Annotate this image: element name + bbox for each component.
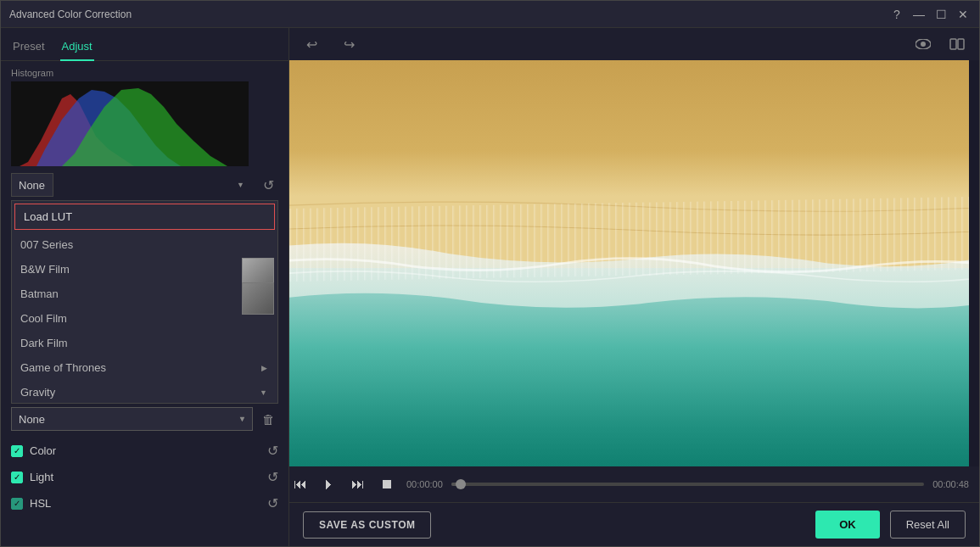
title-bar-left: Advanced Color Correction: [9, 8, 132, 20]
maximize-button[interactable]: ☐: [933, 7, 949, 22]
dropdown-list-wrapper: Load LUT 007 Series B&W Film: [11, 200, 278, 404]
action-bar: SAVE AS CUSTOM OK Reset All: [289, 502, 979, 546]
hsl-reset-btn[interactable]: ↺: [267, 495, 278, 511]
right-panel: ↩ ↪: [289, 28, 979, 546]
time-total: 00:00:48: [932, 479, 969, 489]
video-toolbar: ↩ ↪: [289, 28, 979, 60]
batman-label: Batman: [20, 287, 59, 300]
title-bar: Advanced Color Correction ? — ☐ ✕: [1, 1, 979, 28]
list-row-batman: Batman: [12, 282, 277, 306]
list-item-load-lut[interactable]: Load LUT: [14, 204, 275, 230]
list-row-gravity: Gravity ▼: [12, 380, 277, 404]
lut-dropdown-area: None ↺: [1, 170, 288, 200]
video-svg: [289, 60, 969, 466]
gravity-label: Gravity: [20, 386, 55, 399]
delete-button[interactable]: 🗑: [258, 409, 278, 429]
lut-list: Load LUT 007 Series B&W Film: [11, 200, 278, 404]
gravity-expand-icon: ▼: [260, 388, 267, 397]
app-window: Advanced Color Correction ? — ☐ ✕ Preset…: [0, 0, 980, 547]
tabs-bar: Preset Adjust: [1, 28, 288, 61]
adjustments-section: Color ↺ Light ↺ HSL ↺: [1, 434, 288, 520]
step-back-button[interactable]: ⏮: [289, 473, 311, 495]
lut-dropdown-wrapper: None: [11, 173, 251, 197]
stop-button[interactable]: ⏹: [376, 473, 398, 495]
main-content: Preset Adjust Histogram: [1, 28, 979, 546]
progress-bar[interactable]: [451, 483, 924, 486]
none-select-wrapper: None ▼: [11, 407, 253, 431]
list-item-007-series[interactable]: 007 Series: [12, 232, 277, 257]
dark-film-label: Dark Film: [20, 337, 68, 349]
tab-preset[interactable]: Preset: [11, 35, 47, 61]
action-right: OK Reset All: [815, 511, 966, 539]
light-adjust-row: Light ↺: [1, 464, 288, 490]
dropdown-list-container: Load LUT 007 Series B&W Film: [1, 200, 288, 404]
list-item-bw-film[interactable]: B&W Film: [12, 257, 277, 282]
lut-reset-button[interactable]: ↺: [258, 175, 278, 195]
svg-rect-2: [950, 39, 956, 49]
lut-dropdown[interactable]: None: [11, 173, 53, 197]
window-title: Advanced Color Correction: [9, 8, 132, 20]
list-row-007: 007 Series: [12, 232, 277, 257]
got-expand-icon: ▶: [261, 364, 267, 372]
ok-button[interactable]: OK: [815, 511, 880, 539]
toolbar-right: [911, 32, 969, 56]
007-series-label: 007 Series: [20, 238, 73, 251]
help-button[interactable]: ?: [889, 7, 904, 22]
list-item-game-of-thrones[interactable]: Game of Thrones ▶: [12, 355, 277, 380]
video-container: [289, 60, 979, 466]
cool-film-label: Cool Film: [20, 312, 67, 325]
tab-adjust[interactable]: Adjust: [60, 35, 94, 61]
title-bar-controls: ? — ☐ ✕: [889, 7, 971, 22]
bw-film-label: B&W Film: [20, 263, 70, 276]
minimize-button[interactable]: —: [911, 7, 927, 22]
histogram-canvas: [11, 81, 249, 166]
list-item-batman[interactable]: Batman: [12, 282, 277, 306]
play-pause-button[interactable]: ⏵: [318, 473, 340, 495]
light-reset-btn[interactable]: ↺: [267, 469, 278, 485]
list-item-dark-film[interactable]: Dark Film: [12, 331, 277, 355]
histogram-label: Histogram: [11, 68, 278, 78]
histogram-section: Histogram: [1, 61, 288, 170]
playback-bar: ⏮ ⏵ ⏭ ⏹ 00:00:00 00:00:48: [289, 466, 979, 502]
color-checkbox[interactable]: [11, 445, 23, 457]
load-lut-label: Load LUT: [24, 210, 72, 223]
play-controls: ⏮ ⏵ ⏭ ⏹: [289, 473, 398, 495]
undo-button[interactable]: ↩: [300, 32, 323, 56]
time-current: 00:00:00: [406, 479, 443, 489]
color-label: Color: [30, 444, 260, 457]
light-checkbox[interactable]: [11, 472, 23, 483]
none-select[interactable]: None: [11, 407, 253, 431]
save-custom-button[interactable]: SAVE AS CUSTOM: [303, 511, 431, 539]
left-panel: Preset Adjust Histogram: [1, 28, 289, 546]
list-row-bw-film: B&W Film: [12, 257, 277, 282]
video-frame: [289, 60, 969, 466]
close-button[interactable]: ✕: [955, 7, 971, 22]
eye-button[interactable]: [911, 32, 935, 56]
compare-button[interactable]: [945, 32, 969, 56]
list-row-got: Game of Thrones ▶: [12, 355, 277, 380]
color-adjust-row: Color ↺: [1, 438, 288, 464]
step-forward-button[interactable]: ⏭: [347, 473, 369, 495]
reset-all-button[interactable]: Reset All: [890, 511, 966, 539]
redo-button[interactable]: ↪: [337, 32, 361, 56]
list-item-cool-film[interactable]: Cool Film: [12, 306, 277, 331]
hsl-checkbox[interactable]: [11, 498, 23, 510]
got-label: Game of Thrones: [20, 361, 106, 374]
list-row-cool-film: Cool Film: [12, 306, 277, 331]
light-label: Light: [30, 471, 260, 483]
color-reset-btn[interactable]: ↺: [267, 443, 278, 459]
hsl-label: HSL: [30, 497, 260, 510]
svg-rect-3: [958, 39, 964, 49]
svg-point-1: [921, 42, 926, 47]
progress-thumb: [456, 479, 466, 489]
list-item-gravity[interactable]: Gravity ▼: [12, 380, 277, 404]
list-row-dark-film: Dark Film: [12, 331, 277, 355]
svg-rect-4: [289, 60, 969, 287]
none-select-row: None ▼ 🗑: [1, 404, 288, 434]
hsl-adjust-row: HSL ↺: [1, 490, 288, 516]
